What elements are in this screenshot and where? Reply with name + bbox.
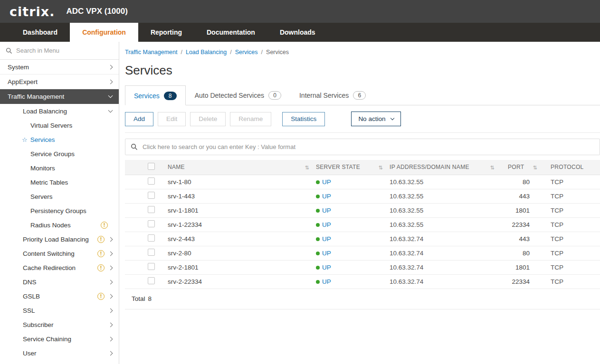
table-row[interactable]: srv-2-1801 UP 10.63.32.74 1801 TCP: [125, 260, 600, 274]
sidebar-item-servers[interactable]: Servers: [0, 189, 119, 204]
server-state-link[interactable]: UP: [322, 207, 331, 214]
sort-icon[interactable]: ⇅: [490, 165, 495, 171]
sort-icon[interactable]: ⇅: [533, 165, 537, 171]
sidebar-item-subscriber[interactable]: Subscriber: [0, 317, 119, 332]
server-state-link[interactable]: UP: [322, 250, 331, 257]
nav-tab-reporting[interactable]: Reporting: [138, 23, 194, 42]
column-header-port[interactable]: PORT⇅: [501, 160, 544, 175]
sidebar-item-system[interactable]: System: [0, 60, 119, 75]
tab-auto-detected-services[interactable]: Auto Detected Services 0: [186, 85, 290, 105]
row-checkbox[interactable]: [148, 177, 155, 185]
column-header-server-state[interactable]: SERVER STATE⇅: [316, 160, 390, 175]
sidebar-search-input[interactable]: [16, 47, 113, 54]
sidebar-item-radius-nodes[interactable]: Radius Nodes !: [0, 218, 119, 232]
cell-name: srv-2-80: [168, 246, 316, 260]
search-icon: [131, 143, 138, 150]
edit-button[interactable]: Edit: [158, 112, 186, 126]
server-state-link[interactable]: UP: [322, 221, 331, 228]
sidebar-item-priority-load-balancing[interactable]: Priority Load Balancing !: [0, 232, 119, 246]
table-row[interactable]: srv-2-22334 UP 10.63.32.74 22334 TCP: [125, 274, 600, 289]
sidebar-item-traffic-management[interactable]: Traffic Management: [0, 89, 119, 104]
cell-name: srv-2-22334: [168, 274, 316, 289]
cell-name: srv-1-80: [168, 175, 316, 189]
nav-tab-dashboard[interactable]: Dashboard: [10, 23, 70, 42]
favorite-star-icon[interactable]: ☆: [22, 136, 28, 143]
status-up-dot: [316, 223, 320, 227]
table-search-bar[interactable]: [125, 139, 600, 155]
sidebar-item-label: Metric Tables: [30, 179, 112, 186]
tab-label: Services: [134, 92, 160, 100]
table-row[interactable]: srv-1-443 UP 10.63.32.55 443 TCP: [125, 189, 600, 203]
rename-button[interactable]: Rename: [230, 112, 271, 126]
chevron-right-icon: [108, 265, 113, 270]
table-row[interactable]: srv-2-80 UP 10.63.32.74 80 TCP: [125, 246, 600, 260]
sidebar-item-ssl[interactable]: SSL: [0, 303, 119, 317]
tab-count-badge: 0: [268, 91, 281, 100]
select-all-checkbox[interactable]: [148, 163, 155, 170]
add-button[interactable]: Add: [125, 112, 153, 126]
column-header-protocol[interactable]: PROTOCOL: [544, 160, 600, 175]
row-checkbox[interactable]: [148, 192, 155, 199]
chevron-down-icon: [108, 108, 113, 113]
table-row[interactable]: srv-1-22334 UP 10.63.32.55 22334 TCP: [125, 217, 600, 232]
nav-tab-documentation[interactable]: Documentation: [194, 23, 267, 42]
sidebar-item-service-groups[interactable]: Service Groups: [0, 147, 119, 161]
breadcrumb-link-load-balancing[interactable]: Load Balancing: [186, 49, 227, 56]
sort-icon[interactable]: ⇅: [378, 165, 383, 171]
status-up-dot: [316, 180, 320, 184]
tab-internal-services[interactable]: Internal Services 6: [290, 85, 375, 105]
sidebar-item-dns[interactable]: DNS: [0, 275, 119, 289]
nav-tab-configuration[interactable]: Configuration: [70, 23, 138, 42]
sidebar-item-gslb[interactable]: GSLB !: [0, 289, 119, 303]
delete-button[interactable]: Delete: [190, 112, 226, 126]
server-state-link[interactable]: UP: [322, 264, 331, 271]
row-checkbox[interactable]: [148, 234, 155, 242]
sidebar-item-metric-tables[interactable]: Metric Tables: [0, 175, 119, 189]
breadcrumb-link-traffic-management[interactable]: Traffic Management: [125, 49, 177, 56]
cell-protocol: TCP: [544, 203, 600, 217]
sidebar-item-appexpert[interactable]: AppExpert: [0, 75, 119, 89]
row-checkbox[interactable]: [148, 249, 155, 256]
sidebar-item-load-balancing[interactable]: Load Balancing: [0, 104, 119, 118]
server-state-link[interactable]: UP: [322, 278, 331, 285]
table-search-input[interactable]: [143, 143, 594, 150]
row-checkbox[interactable]: [148, 263, 155, 270]
action-dropdown[interactable]: No action: [351, 112, 401, 126]
cell-ip: 10.63.32.55: [390, 175, 501, 189]
statistics-button[interactable]: Statistics: [282, 112, 325, 126]
sidebar-item-label: SSL: [23, 307, 109, 314]
server-state-link[interactable]: UP: [322, 193, 331, 200]
sidebar-item-service-chaining[interactable]: Service Chaining: [0, 332, 119, 346]
breadcrumb-link-services[interactable]: Services: [235, 49, 258, 56]
server-state-link[interactable]: UP: [322, 178, 331, 186]
table-row[interactable]: srv-1-80 UP 10.63.32.55 80 TCP: [125, 175, 600, 189]
sidebar-item-content-switching[interactable]: Content Switching !: [0, 246, 119, 261]
server-state-link[interactable]: UP: [322, 235, 331, 243]
column-header-name[interactable]: NAME⇅: [168, 160, 316, 175]
sidebar-item-persistency-groups[interactable]: Persistency Groups: [0, 204, 119, 218]
sort-icon[interactable]: ⇅: [305, 165, 309, 171]
row-checkbox[interactable]: [148, 220, 155, 227]
tab-label: Auto Detected Services: [195, 92, 264, 99]
toolbar: Add Edit Delete Rename Statistics No act…: [125, 105, 600, 133]
tab-services[interactable]: Services 8: [125, 85, 186, 105]
chevron-right-icon: [108, 237, 113, 242]
sidebar-item-user[interactable]: User: [0, 346, 119, 360]
cell-protocol: TCP: [544, 274, 600, 289]
table-row[interactable]: srv-2-443 UP 10.63.32.74 443 TCP: [125, 232, 600, 246]
sidebar-item-virtual-servers[interactable]: Virtual Servers: [0, 118, 119, 132]
sidebar-item-monitors[interactable]: Monitors: [0, 161, 119, 175]
sidebar-item-services[interactable]: ☆ Services: [0, 132, 119, 147]
cell-port: 80: [501, 175, 544, 189]
column-header-ip[interactable]: IP ADDRESS/DOMAIN NAME⇅: [390, 160, 501, 175]
cell-name: srv-1-22334: [168, 217, 316, 232]
cell-port: 443: [501, 232, 544, 246]
nav-tab-downloads[interactable]: Downloads: [267, 23, 328, 42]
row-checkbox[interactable]: [148, 277, 155, 284]
row-checkbox[interactable]: [148, 206, 155, 213]
sidebar-item-cache-redirection[interactable]: Cache Redirection !: [0, 261, 119, 275]
table-row[interactable]: srv-1-1801 UP 10.63.32.55 1801 TCP: [125, 203, 600, 217]
cell-port: 1801: [501, 260, 544, 274]
chevron-right-icon: [108, 280, 113, 284]
sidebar-search: [0, 42, 119, 60]
